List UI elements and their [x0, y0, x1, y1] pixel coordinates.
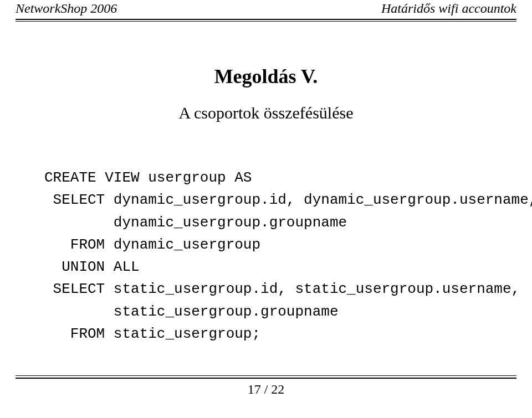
page-subtitle: A csoportok összefésülése	[0, 104, 532, 122]
footer-rule-thick	[16, 378, 516, 379]
footer: 17 / 22	[16, 375, 516, 397]
page-number: 17 / 22	[16, 382, 516, 397]
header-right: Határidős wifi accountok	[381, 1, 516, 16]
page-title: Megoldás V.	[0, 65, 532, 88]
code-line: SELECT dynamic_usergroup.id, dynamic_use…	[44, 192, 532, 208]
code-line: FROM dynamic_usergroup	[44, 236, 260, 253]
code-line: static_usergroup.groupname	[44, 303, 339, 320]
code-line: UNION ALL	[44, 259, 140, 275]
sql-code-block: CREATE VIEW usergroup AS SELECT dynamic_…	[0, 167, 532, 345]
header-rule-thick	[16, 19, 516, 20]
code-line: CREATE VIEW usergroup AS	[44, 169, 252, 186]
code-line: dynamic_usergroup.groupname	[44, 214, 347, 231]
code-line: FROM static_usergroup;	[44, 326, 260, 342]
header-rule-thin	[16, 21, 516, 22]
footer-rule-thin	[16, 375, 516, 376]
header: NetworkShop 2006 Határidős wifi accounto…	[0, 0, 532, 16]
header-left: NetworkShop 2006	[16, 1, 117, 16]
page: NetworkShop 2006 Határidős wifi accounto…	[0, 0, 532, 418]
code-line: SELECT static_usergroup.id, static_userg…	[44, 281, 520, 297]
